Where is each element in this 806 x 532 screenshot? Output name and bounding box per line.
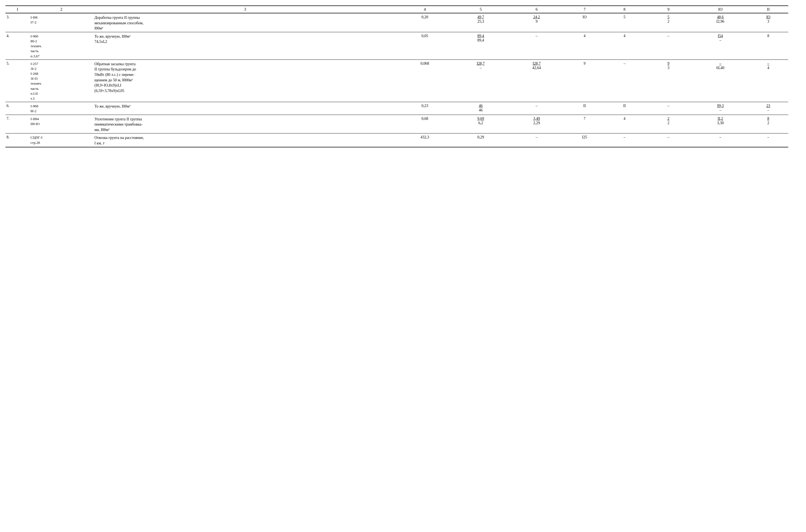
col6-value: – xyxy=(509,32,565,59)
header-col1: I xyxy=(5,6,30,13)
col8-value: – xyxy=(604,133,645,147)
description: То же, вручную, I00м³ 74,5хI,2 xyxy=(93,32,397,59)
col4-value: 0,068 xyxy=(397,59,453,102)
col7-value: II xyxy=(565,102,604,115)
col4-value: 0,05 xyxy=(397,32,453,59)
col5-value: 49,725,3 xyxy=(453,13,509,32)
row-number: 4. xyxy=(5,32,30,59)
row-number: 3. xyxy=(5,13,30,32)
table-row: 3.I-I06 I7-2Доработка грунта II группы м… xyxy=(5,13,788,32)
reference-code: I-I06 I7-2 xyxy=(30,13,93,32)
reference-code: I-968 8I-2 xyxy=(30,102,93,115)
header-col2: 2 xyxy=(30,6,93,13)
col11-value: – xyxy=(748,133,788,147)
reference-code: I-960 80-2 технич. часть п.3,67 xyxy=(30,32,93,59)
col9-value: 52 xyxy=(645,13,692,32)
table-row: 6.I-968 8I-2То же, вручную, I00м³0,23464… xyxy=(5,102,788,115)
header-col7: 7 xyxy=(565,6,604,13)
col10-value: –6I,40 xyxy=(692,59,748,102)
description: То же, вручную, I00м³ xyxy=(93,102,397,115)
col7-value: IO xyxy=(565,13,604,32)
col6-value: – xyxy=(509,133,565,147)
col4-value: 0,20 xyxy=(397,13,453,32)
col5-value: I28,7– xyxy=(453,59,509,102)
col9-value: 22 xyxy=(645,115,692,133)
col4-value: 432,3 xyxy=(397,133,453,147)
col11-value: 8 xyxy=(748,32,788,59)
col6-value: 24,29 xyxy=(509,13,565,32)
table-row: 4.I-960 80-2 технич. часть п.3,67То же, … xyxy=(5,32,788,59)
row-number: 7. xyxy=(5,115,30,133)
col5-value: 9,696,2 xyxy=(453,115,509,133)
col6-value: I28,742,64 xyxy=(509,59,565,102)
col7-value: 9 xyxy=(565,59,604,102)
row-number: 8. xyxy=(5,133,30,147)
col5-value: 4646 xyxy=(453,102,509,115)
reference-code: СЦПГ-I стр.28 xyxy=(30,133,93,147)
header-col3: 3 xyxy=(93,6,397,13)
col8-value: 5 xyxy=(604,13,645,32)
header-row: I 2 3 4 5 6 7 8 9 IO II xyxy=(5,6,788,13)
col8-value: 4 xyxy=(604,32,645,59)
col11-value: 23– xyxy=(748,102,788,115)
col10-value: I54– xyxy=(692,32,748,59)
table-row: 7.I-II84 II8-IOУплотнение грунта II груп… xyxy=(5,115,788,133)
col8-value: II xyxy=(604,102,645,115)
col11-value: 82 xyxy=(748,115,788,133)
header-col9: 9 xyxy=(645,6,692,13)
header-col6: 6 xyxy=(509,6,565,13)
col10-value: 99,3– xyxy=(692,102,748,115)
description: Обратная засыпка грунта II группы бульдо… xyxy=(93,59,397,102)
col8-value: – xyxy=(604,59,645,102)
header-col4: 4 xyxy=(397,6,453,13)
header-col5: 5 xyxy=(453,6,509,13)
col5-value: 0,29 xyxy=(453,133,509,147)
table-row: 8.СЦПГ-I стр.28Отвозка грунта на расстоя… xyxy=(5,133,788,147)
col6-value: 3,492,29 xyxy=(509,115,565,133)
reference-code: I-II84 II8-IO xyxy=(30,115,93,133)
col9-value: – xyxy=(645,32,692,59)
col11-value: –4 xyxy=(748,59,788,102)
main-table: I 2 3 4 5 6 7 8 9 IO II 3.I-I06 I7-2Дора… xyxy=(5,5,788,147)
col5-value: 89,489,4 xyxy=(453,32,509,59)
col10-value: II,23,30 xyxy=(692,115,748,133)
col7-value: I25 xyxy=(565,133,604,147)
header-col10: IO xyxy=(692,6,748,13)
col6-value: – xyxy=(509,102,565,115)
description: Уплотнение грунта II группы пневматическ… xyxy=(93,115,397,133)
col10-value: – xyxy=(692,133,748,147)
col9-value: – xyxy=(645,133,692,147)
reference-code: I-257 3I-2 I-268 3I-I3 технич. часть п.I… xyxy=(30,59,93,102)
description: Доработка грунта II группы механизирован… xyxy=(93,13,397,32)
col10-value: 48,6I2,96 xyxy=(692,13,748,32)
col9-value: 93 xyxy=(645,59,692,102)
col8-value: 4 xyxy=(604,115,645,133)
col4-value: 0,68 xyxy=(397,115,453,133)
description: Отвозка грунта на расстояние, I км, т xyxy=(93,133,397,147)
col7-value: 7 xyxy=(565,115,604,133)
header-col8: 8 xyxy=(604,6,645,13)
header-col11: II xyxy=(748,6,788,13)
row-number: 6. xyxy=(5,102,30,115)
col11-value: IO3 xyxy=(748,13,788,32)
table-row: 5.I-257 3I-2 I-268 3I-I3 технич. часть п… xyxy=(5,59,788,102)
row-number: 5. xyxy=(5,59,30,102)
col9-value: – xyxy=(645,102,692,115)
col4-value: 0,23 xyxy=(397,102,453,115)
col7-value: 4 xyxy=(565,32,604,59)
